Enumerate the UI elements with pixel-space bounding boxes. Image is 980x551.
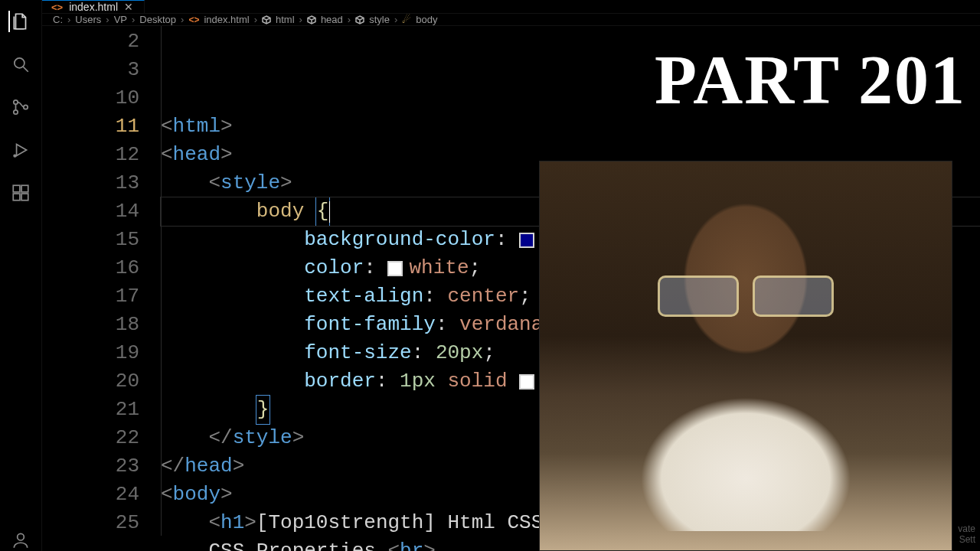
line-number: 10 xyxy=(42,84,139,112)
crumb[interactable]: C: xyxy=(53,14,63,25)
svg-point-2 xyxy=(14,100,18,104)
crumb-symbol[interactable]: body xyxy=(416,14,437,25)
crumb[interactable]: Users xyxy=(75,14,101,25)
source-control-icon[interactable] xyxy=(10,96,31,118)
crumb-symbol[interactable]: head xyxy=(321,14,343,25)
svg-rect-7 xyxy=(13,185,20,192)
tab-index-html[interactable]: <> index.html ✕ xyxy=(42,0,145,13)
line-number: 17 xyxy=(42,282,139,311)
search-icon[interactable] xyxy=(10,54,31,75)
svg-rect-10 xyxy=(21,194,28,201)
crumb[interactable]: Desktop xyxy=(139,14,176,25)
run-debug-icon[interactable] xyxy=(10,139,31,161)
explorer-icon[interactable] xyxy=(8,11,31,32)
tab-bar: <> index.html ✕ xyxy=(42,0,980,14)
line-number: 15 xyxy=(42,226,139,254)
line-number: 2 xyxy=(42,28,139,56)
line-number: 3 xyxy=(42,56,139,84)
crumb[interactable]: VP xyxy=(114,14,127,25)
svg-point-3 xyxy=(14,110,18,114)
presenter-photo xyxy=(539,161,952,551)
svg-marker-5 xyxy=(17,144,27,155)
line-number: 11 xyxy=(42,112,139,141)
svg-rect-9 xyxy=(13,194,20,201)
line-gutter: 2310111213141516171819202122232425 xyxy=(42,26,161,551)
line-number: 25 xyxy=(42,509,139,537)
line-number: 12 xyxy=(42,141,139,169)
html-file-icon: <> xyxy=(188,15,199,25)
color-swatch[interactable] xyxy=(519,233,534,248)
line-number: 20 xyxy=(42,367,139,396)
crumb-symbol[interactable]: html xyxy=(276,14,295,25)
crumb-symbol[interactable]: style xyxy=(369,14,390,25)
color-swatch[interactable] xyxy=(519,374,534,390)
line-number: 14 xyxy=(42,197,139,226)
tab-label: index.html xyxy=(69,1,118,13)
close-icon[interactable]: ✕ xyxy=(124,1,135,13)
line-number: 19 xyxy=(42,339,139,367)
line-number: 18 xyxy=(42,311,139,339)
line-number: 13 xyxy=(42,169,139,197)
account-icon[interactable] xyxy=(10,530,31,551)
activation-watermark: vate Sett xyxy=(958,523,975,545)
color-swatch[interactable] xyxy=(387,261,403,276)
line-number: 16 xyxy=(42,254,139,282)
breadcrumbs[interactable]: C:› Users› VP› Desktop› <> index.html› h… xyxy=(42,14,980,26)
svg-line-1 xyxy=(23,67,28,72)
html-file-icon: <> xyxy=(51,2,63,13)
overlay-title: PART 201 xyxy=(655,46,966,115)
line-number: 21 xyxy=(42,396,139,424)
activity-bar xyxy=(0,0,42,551)
app-root: <> index.html ✕ C:› Users› VP› Desktop› … xyxy=(0,0,980,551)
line-number: 23 xyxy=(42,452,139,481)
symbol-icon xyxy=(307,15,316,24)
svg-point-4 xyxy=(24,105,28,109)
editor-main: <> index.html ✕ C:› Users› VP› Desktop› … xyxy=(42,0,980,551)
selector-icon: ☄ xyxy=(402,14,411,25)
svg-point-11 xyxy=(18,533,24,540)
extensions-icon[interactable] xyxy=(10,182,31,204)
line-number: 24 xyxy=(42,481,139,509)
svg-point-0 xyxy=(15,58,24,68)
symbol-icon xyxy=(262,15,271,24)
line-number: 22 xyxy=(42,424,139,452)
svg-rect-8 xyxy=(21,185,28,192)
crumb-file[interactable]: index.html xyxy=(204,14,249,25)
svg-point-6 xyxy=(14,155,16,157)
symbol-icon xyxy=(355,15,364,24)
